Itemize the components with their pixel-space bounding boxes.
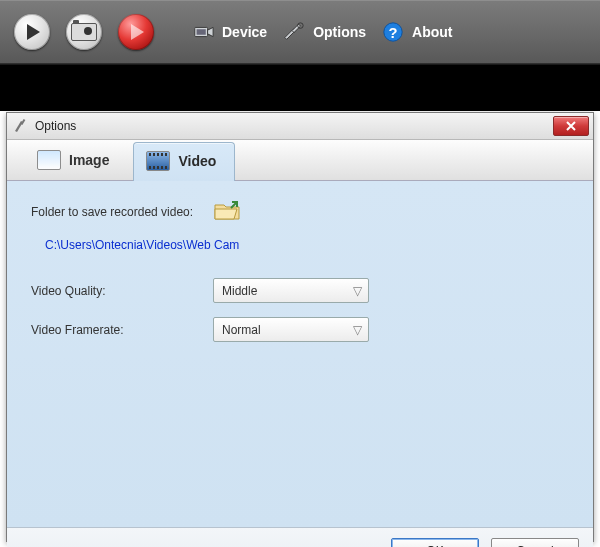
camera-icon (66, 14, 102, 50)
folder-open-icon (213, 199, 241, 221)
tab-video[interactable]: Video (133, 142, 235, 181)
chevron-down-icon: ▽ (353, 284, 362, 298)
play-icon (14, 14, 50, 50)
about-label: About (412, 24, 452, 40)
dialog-icon (13, 118, 29, 134)
framerate-value: Normal (222, 323, 261, 337)
quality-label: Video Quality: (31, 284, 213, 298)
device-label: Device (222, 24, 267, 40)
record-icon (118, 14, 154, 50)
about-button[interactable]: ? About (382, 21, 452, 43)
camera-button[interactable] (66, 14, 102, 50)
image-tab-icon (37, 150, 61, 170)
video-tab-icon (146, 151, 170, 171)
browse-folder-button[interactable] (213, 199, 241, 224)
close-icon (565, 121, 577, 131)
framerate-select[interactable]: Normal ▽ (213, 317, 369, 342)
titlebar: Options (7, 113, 593, 140)
dialog-title: Options (35, 119, 76, 133)
options-button[interactable]: Options (283, 21, 366, 43)
preview-area (0, 64, 600, 111)
dialog-body: Folder to save recorded video: C:\Users\… (7, 181, 593, 527)
tab-video-label: Video (178, 153, 216, 169)
tab-image[interactable]: Image (25, 142, 127, 180)
tab-image-label: Image (69, 152, 109, 168)
dialog-footer: OK Cancel (7, 527, 593, 547)
cancel-button[interactable]: Cancel (491, 538, 579, 547)
options-label: Options (313, 24, 366, 40)
play-button[interactable] (14, 14, 50, 50)
quality-value: Middle (222, 284, 257, 298)
tab-bar: Image Video (7, 140, 593, 181)
svg-rect-1 (197, 29, 206, 35)
ok-button[interactable]: OK (391, 538, 479, 547)
quality-select[interactable]: Middle ▽ (213, 278, 369, 303)
folder-label: Folder to save recorded video: (31, 205, 213, 219)
device-button[interactable]: Device (192, 21, 267, 43)
close-button[interactable] (553, 116, 589, 136)
record-button[interactable] (118, 14, 154, 50)
options-dialog: Options Image Video Folder to save recor… (6, 112, 594, 542)
main-toolbar: Device Options ? About (0, 0, 600, 64)
device-icon (192, 21, 214, 43)
folder-path: C:\Users\Ontecnia\Videos\Web Cam (45, 238, 569, 252)
help-icon: ? (382, 21, 404, 43)
chevron-down-icon: ▽ (353, 323, 362, 337)
svg-text:?: ? (389, 25, 398, 41)
framerate-label: Video Framerate: (31, 323, 213, 337)
tools-icon (283, 21, 305, 43)
